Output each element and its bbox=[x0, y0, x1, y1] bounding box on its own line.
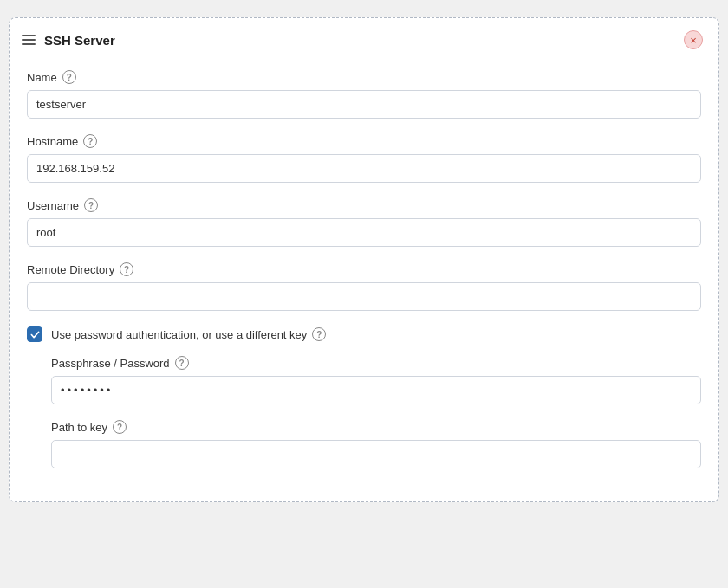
remote-dir-group: Remote Directory ? bbox=[27, 262, 701, 311]
auth-checkbox-label: Use password authentication, or use a di… bbox=[51, 327, 326, 341]
passphrase-help-icon[interactable]: ? bbox=[175, 356, 189, 370]
header-left: SSH Server bbox=[22, 33, 115, 48]
remote-dir-input[interactable] bbox=[27, 282, 701, 311]
passphrase-group: Passphrase / Password ? bbox=[51, 356, 701, 404]
dialog-title: SSH Server bbox=[44, 33, 115, 48]
name-label: Name ? bbox=[27, 70, 701, 84]
close-button[interactable]: × bbox=[684, 30, 703, 49]
remote-dir-help-icon[interactable]: ? bbox=[120, 262, 133, 276]
indented-auth-group: Passphrase / Password ? Path to key ? bbox=[27, 356, 701, 468]
auth-checkbox[interactable] bbox=[27, 326, 42, 342]
auth-checkbox-row[interactable]: Use password authentication, or use a di… bbox=[27, 326, 701, 342]
path-to-key-input[interactable] bbox=[51, 440, 701, 468]
dialog-header: SSH Server × bbox=[10, 18, 718, 61]
passphrase-input[interactable] bbox=[51, 376, 701, 404]
hostname-group: Hostname ? bbox=[27, 134, 701, 183]
username-input[interactable] bbox=[27, 218, 701, 247]
path-to-key-group: Path to key ? bbox=[51, 420, 701, 468]
username-group: Username ? bbox=[27, 198, 701, 247]
menu-icon[interactable] bbox=[22, 35, 36, 45]
name-input[interactable] bbox=[27, 90, 701, 119]
auth-help-icon[interactable]: ? bbox=[312, 327, 326, 341]
username-label: Username ? bbox=[27, 198, 701, 212]
name-group: Name ? bbox=[27, 70, 701, 119]
dialog-wrapper: SSH Server × Name ? Hostname ? bbox=[9, 17, 719, 502]
dialog-body: Name ? Hostname ? Username ? bbox=[10, 61, 718, 501]
passphrase-label: Passphrase / Password ? bbox=[51, 356, 701, 370]
name-help-icon[interactable]: ? bbox=[62, 70, 76, 84]
path-to-key-help-icon[interactable]: ? bbox=[113, 420, 127, 434]
remote-dir-label: Remote Directory ? bbox=[27, 262, 701, 276]
ssh-server-dialog: SSH Server × Name ? Hostname ? bbox=[9, 17, 719, 502]
username-help-icon[interactable]: ? bbox=[84, 198, 98, 212]
path-to-key-label: Path to key ? bbox=[51, 420, 701, 434]
hostname-help-icon[interactable]: ? bbox=[83, 134, 97, 148]
hostname-label: Hostname ? bbox=[27, 134, 701, 148]
hostname-input[interactable] bbox=[27, 154, 701, 183]
checkmark-icon bbox=[30, 330, 40, 339]
